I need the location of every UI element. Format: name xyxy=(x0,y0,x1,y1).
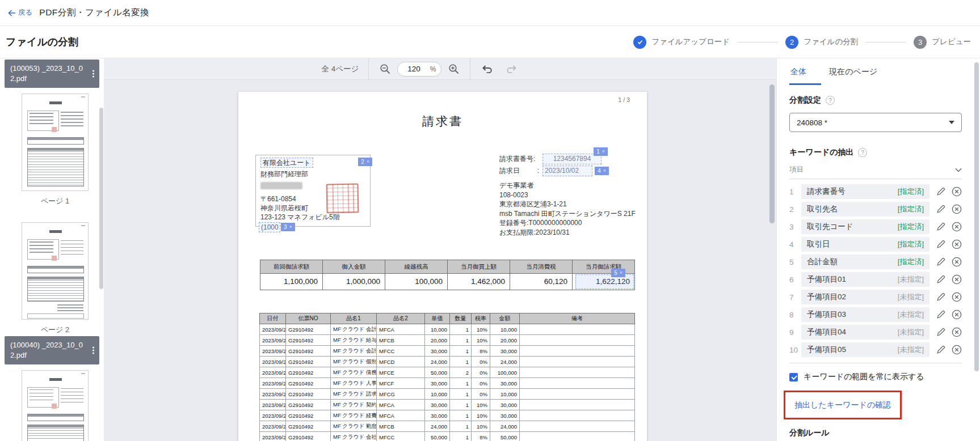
keyword-region-invoice-no[interactable]: 1234567894 1× xyxy=(542,154,602,164)
keyword-badge-4[interactable]: 4× xyxy=(595,167,609,175)
edit-pencil-icon[interactable] xyxy=(936,205,945,214)
tab-all[interactable]: 全体 xyxy=(789,58,821,85)
keyword-region-date[interactable]: 2023/10/02 4× xyxy=(542,166,592,176)
line-item-row: 2023/09/22 G2910492 MF クラウド 個別原価 MFCD 24… xyxy=(260,357,635,367)
cell-date: 2023/09/22 xyxy=(260,335,286,346)
step-upload: ファイルアップロード xyxy=(633,36,730,49)
keyword-chip[interactable]: 予備項目04 [未指定] xyxy=(801,325,929,340)
keyword-chip[interactable]: 合計金額 [指定済] xyxy=(801,255,929,269)
redo-button[interactable] xyxy=(504,63,519,74)
badge-close-icon[interactable]: × xyxy=(620,270,623,275)
remove-circle-icon[interactable] xyxy=(952,204,962,214)
cell-slip-no: G2910492 xyxy=(286,410,331,421)
badge-close-icon[interactable]: × xyxy=(367,159,369,164)
keyword-badge-3[interactable]: 3× xyxy=(281,223,295,231)
zoom-in-button[interactable] xyxy=(447,62,460,75)
keyword-chip[interactable]: 予備項目05 [未指定] xyxy=(801,342,929,357)
cell-item-name2: MFCC xyxy=(377,432,425,441)
edit-pencil-icon[interactable] xyxy=(936,275,945,284)
keyword-badge-2[interactable]: 2× xyxy=(358,158,372,166)
sidebar-scrollbar[interactable] xyxy=(99,108,103,289)
thumb-pagenum-mark xyxy=(81,96,85,97)
remove-circle-icon[interactable] xyxy=(952,257,962,267)
edit-pencil-icon[interactable] xyxy=(936,240,945,249)
summary-header: 繰越残高 xyxy=(385,260,448,274)
remove-circle-icon[interactable] xyxy=(952,327,962,337)
issuer-postal: 108-0023 xyxy=(499,190,636,200)
page-thumbnail-2[interactable] xyxy=(22,222,89,320)
edit-pencil-icon[interactable] xyxy=(936,345,945,354)
edit-pencil-icon[interactable] xyxy=(936,292,945,302)
app-window: 戻る PDF分割・ファイル名変換 ファイルの分割 ファイルアップロード 2 ファ… xyxy=(0,0,980,441)
edit-pencil-icon[interactable] xyxy=(936,310,945,319)
remove-circle-icon[interactable] xyxy=(952,274,962,285)
keyword-chip[interactable]: 請求書番号 [指定済] xyxy=(801,184,929,199)
kebab-menu-icon[interactable] xyxy=(92,69,94,79)
show-keyword-range-checkbox[interactable]: キーワードの範囲を常に表示する xyxy=(789,372,962,382)
badge-close-icon[interactable]: × xyxy=(289,224,292,230)
badge-close-icon[interactable]: × xyxy=(602,149,605,154)
keyword-chip[interactable]: 取引先コード [指定済] xyxy=(801,219,929,234)
file-item-2[interactable]: (100040) _2023_10_02.pdf xyxy=(5,336,99,364)
page-thumbnail-3[interactable] xyxy=(22,370,89,441)
kebab-menu-icon[interactable] xyxy=(92,346,94,355)
cell-remarks xyxy=(520,335,635,346)
back-button[interactable]: 戻る xyxy=(8,8,32,18)
line-items-header: 日付 xyxy=(260,313,286,324)
issuer-address1: 東京都港区芝浦3-1-21 xyxy=(499,200,636,209)
issuer-block: 請求書番号: 1234567894 1× 請求日: 2023/10/02 4× xyxy=(499,153,636,237)
cell-amount: 50,000 xyxy=(490,432,520,441)
checkbox-checked-icon[interactable] xyxy=(789,373,798,381)
cell-date: 2023/09/22 xyxy=(260,421,286,432)
zoom-out-button[interactable] xyxy=(378,62,392,75)
cell-item-name2: MFCB xyxy=(377,421,425,432)
zoom-input[interactable]: 120 % xyxy=(397,62,441,77)
edit-pencil-icon[interactable] xyxy=(936,257,945,266)
keyword-badge-5[interactable]: 5× xyxy=(611,269,625,277)
cell-unit-price: 30,000 xyxy=(425,400,450,410)
items-collapse-header[interactable]: 項目 xyxy=(789,165,962,179)
remove-circle-icon[interactable] xyxy=(952,345,962,355)
confirm-keywords-link[interactable]: 抽出したキーワードの確認 xyxy=(794,400,891,409)
edit-pencil-icon[interactable] xyxy=(936,187,945,196)
cell-slip-no: G2910492 xyxy=(286,432,331,441)
tab-current-page[interactable]: 現在のページ xyxy=(821,58,885,85)
cell-unit-price: 30,000 xyxy=(425,346,450,357)
keyword-label: 取引日 xyxy=(807,239,830,249)
step-connector xyxy=(865,42,906,43)
page-thumbnail-1[interactable] xyxy=(22,94,89,191)
thumb-text-lines xyxy=(61,388,83,405)
remove-circle-icon[interactable] xyxy=(952,292,962,302)
cell-item-name1: MF クラウド 勤怠 xyxy=(331,421,377,432)
viewer-scrollbar[interactable] xyxy=(769,84,775,223)
caret-down-icon xyxy=(949,121,954,124)
undo-button[interactable] xyxy=(480,63,494,74)
edit-pencil-icon[interactable] xyxy=(936,222,945,231)
file-item-1[interactable]: (100053) _2023_10_02.pdf xyxy=(5,60,99,88)
help-icon[interactable] xyxy=(826,96,835,105)
zoom-value: 120 xyxy=(398,65,430,73)
keyword-chip[interactable]: 予備項目02 [未指定] xyxy=(801,290,929,304)
help-icon[interactable] xyxy=(858,148,867,157)
remove-circle-icon[interactable] xyxy=(952,222,962,232)
line-item-row: 2023/09/22 G2910492 MF クラウド 給与 MFCB 20,0… xyxy=(260,335,635,346)
keyword-chip[interactable]: 取引日 [指定済] xyxy=(801,237,929,252)
split-setting-select[interactable]: 240808 * xyxy=(789,113,962,132)
badge-close-icon[interactable]: × xyxy=(603,168,606,173)
keyword-region-partner-code[interactable]: (1000 xyxy=(259,222,280,232)
keyword-badge-1[interactable]: 1× xyxy=(594,147,608,156)
keyword-chip[interactable]: 取引先名 [指定済] xyxy=(801,202,929,217)
remove-circle-icon[interactable] xyxy=(952,309,962,320)
keyword-chip[interactable]: 予備項目01 [未指定] xyxy=(801,272,929,287)
keyword-label: 取引先コード xyxy=(807,222,853,232)
cell-amount: 24,000 xyxy=(490,421,520,432)
remove-circle-icon[interactable] xyxy=(952,239,962,249)
edit-pencil-icon[interactable] xyxy=(936,328,945,337)
keyword-region-company[interactable]: 有限会社ユート xyxy=(260,158,313,168)
summary-header: 前回御請求額 xyxy=(260,260,323,274)
keyword-chip[interactable]: 予備項目03 [未指定] xyxy=(801,307,929,322)
viewer-toolbar: 全 4ページ 120 % xyxy=(104,58,776,80)
cell-item-name1: MF クラウド 個別原価 xyxy=(331,357,377,367)
remove-circle-icon[interactable] xyxy=(952,186,962,197)
window-scrollbar[interactable] xyxy=(974,62,979,371)
